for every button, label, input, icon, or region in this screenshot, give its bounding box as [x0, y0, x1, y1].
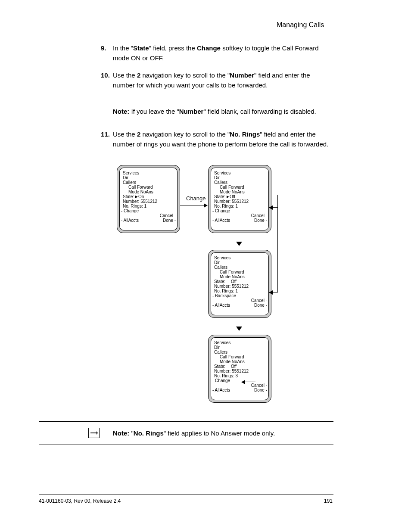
s4-allaccts: - AllAccts	[212, 388, 230, 392]
note1-a: If you leave the "	[131, 108, 179, 115]
s4-state-label: State:	[214, 364, 225, 369]
s4-num-label: Number:	[214, 369, 230, 373]
s4-r-val: 3	[235, 373, 238, 378]
phone-screen-1: Services Dir Callers Call Forward Mode N…	[117, 165, 180, 233]
s1-r-label: No. Rings:	[123, 204, 143, 208]
s11b: navigation key to scroll to the "	[140, 131, 230, 138]
s3-num-label: Number:	[214, 284, 230, 289]
s2-num-label: Number:	[214, 199, 230, 204]
s2-cancel: Cancel -	[251, 213, 267, 218]
phone-screen-2: Services Dir Callers Call Forward Mode N…	[208, 165, 271, 233]
s3-services: Services	[211, 255, 268, 260]
s2-change: - Change	[211, 208, 268, 213]
chevron-down-icon	[236, 242, 242, 246]
s10-bold-b: Number	[230, 72, 254, 79]
s3-backspace: - Backspace	[211, 293, 268, 298]
s10-bold-a: 2	[137, 72, 140, 79]
s1-state-label: State:	[123, 194, 134, 199]
s9-bold-a: State	[133, 44, 149, 52]
s1-num-label: Number:	[123, 199, 139, 204]
s2-mode: Mode NoAns	[211, 190, 268, 194]
s11-bold-a: 2	[137, 131, 140, 138]
note2-bold: No. Rings	[134, 429, 164, 437]
s2-services: Services	[211, 171, 268, 175]
page-title: Managing Calls	[277, 20, 324, 31]
s1-number: Number: 5551212	[120, 199, 177, 204]
s2-r-val: 1	[235, 204, 238, 208]
s3-state-label: State:	[214, 279, 225, 284]
note1-prefix: Note:	[113, 108, 131, 115]
s2-done: Done -	[254, 218, 267, 223]
phone-screen-4: Services Dir Callers Call Forward Mode N…	[208, 335, 271, 403]
s10b: navigation key to scroll to the "	[140, 72, 230, 79]
s2-rings: No. Rings: 1	[211, 204, 268, 208]
s1-cf: Call Forward	[120, 185, 177, 190]
s2-state-label: State:	[214, 194, 225, 199]
divider	[39, 445, 333, 445]
svg-marker-1	[97, 431, 98, 435]
s1-state-val: On	[138, 194, 144, 199]
s4-state: State: Off	[211, 364, 268, 369]
s4-r-label: No. Rings:	[214, 373, 234, 378]
s4-change: - Change	[211, 378, 268, 383]
s1-done: Done -	[163, 218, 176, 223]
step10-note: Note: If you leave the "Number" field bl…	[113, 106, 333, 116]
s3-cf: Call Forward	[211, 270, 268, 274]
note1-b: " field blank, call forwarding is disabl…	[203, 108, 316, 115]
s3-num-val: 5551212	[232, 284, 249, 289]
s4-cancel: Cancel -	[251, 383, 267, 388]
change-label: Change	[186, 195, 206, 202]
arrow-left-icon	[269, 207, 278, 208]
s11a: Use the	[113, 131, 137, 138]
s1-dir: Dir	[120, 175, 177, 180]
s1-cancel: Cancel -	[160, 213, 176, 218]
s1-state: State: On	[120, 194, 177, 199]
footer-page-number: 191	[324, 498, 333, 504]
s1-services: Services	[120, 171, 177, 175]
s3-allaccts: - AllAccts	[212, 303, 230, 308]
step11-label: 11.	[101, 129, 110, 139]
s3-mode: Mode NoAns	[211, 274, 268, 279]
s1-rings: No. Rings: 1	[120, 204, 177, 208]
s2-r-label: No. Rings:	[214, 204, 234, 208]
s3-state-val: Off	[231, 279, 237, 284]
s3-r-label: No. Rings:	[214, 289, 234, 293]
step10-label: 10.	[101, 70, 110, 80]
s4-rings: No. Rings: 3	[211, 373, 268, 378]
s2-callers: Callers	[211, 180, 268, 185]
s3-done: Done -	[254, 303, 267, 308]
s2-state-val: Off	[230, 194, 235, 199]
s2-cf: Call Forward	[211, 185, 268, 190]
s4-number: Number: 5551212	[211, 369, 268, 373]
step11-text: Use the 2 navigation key to scroll to th…	[113, 129, 333, 149]
footer-left: 41-001160-03, Rev 00, Release 2.4	[39, 498, 121, 504]
s2-number: Number: 5551212	[211, 199, 268, 204]
s3-rings: No. Rings: 1	[211, 289, 268, 293]
s9a: In the "	[113, 44, 133, 52]
s11-bold-b: No. Rings	[230, 131, 260, 138]
step9-text: In the "State" field, press the Change s…	[113, 43, 333, 63]
s1-change: - Change	[120, 208, 177, 213]
s3-cancel: Cancel -	[251, 298, 267, 303]
s1-callers: Callers	[120, 180, 177, 185]
step10-text: Use the 2 navigation key to scroll to th…	[113, 70, 333, 90]
s4-cf: Call Forward	[211, 355, 268, 359]
step9-label: 9.	[101, 43, 106, 53]
s9b: " field, press the	[149, 44, 197, 52]
note2-prefix: Note:	[113, 429, 131, 437]
s4-num-val: 5551212	[232, 369, 249, 373]
arrow-left-icon	[269, 292, 278, 292]
s4-services: Services	[211, 340, 268, 345]
s1-mode: Mode NoAns	[120, 190, 177, 194]
s1-num-val: 5551212	[140, 199, 157, 204]
s2-dir: Dir	[211, 175, 268, 180]
note2-b: " field applies to No Answer mode only.	[164, 429, 275, 437]
s2-allaccts: - AllAccts	[212, 218, 230, 223]
arrow-right-icon	[180, 205, 207, 205]
s10a: Use the	[113, 72, 137, 79]
s3-r-val: 1	[235, 289, 238, 293]
s2-state: State: Off	[211, 194, 268, 199]
s4-callers: Callers	[211, 350, 268, 355]
note2-text: Note: "No. Rings" field applies to No An…	[113, 428, 333, 438]
s2-num-val: 5551212	[232, 199, 249, 204]
